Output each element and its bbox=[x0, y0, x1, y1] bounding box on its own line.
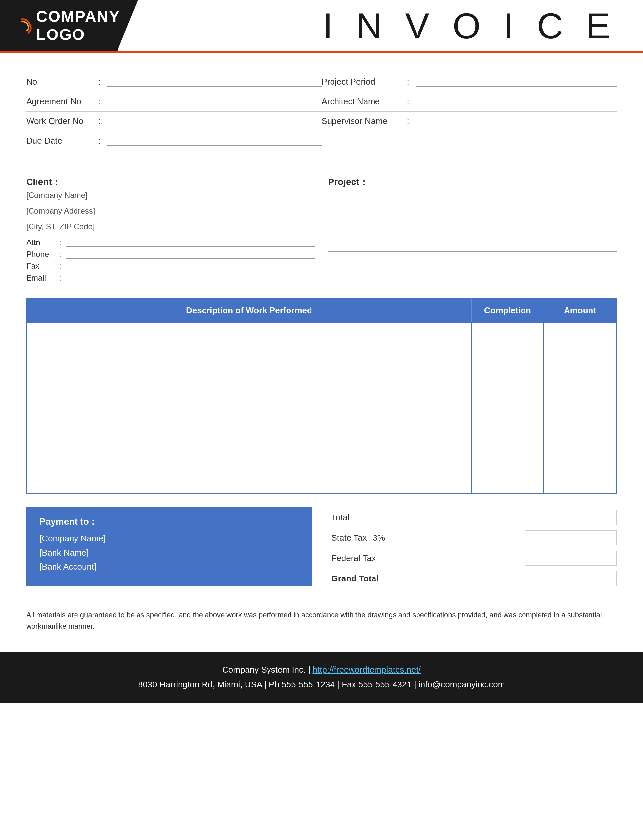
form-row-architect: Architect Name : bbox=[322, 92, 617, 112]
totals-value-statetax[interactable] bbox=[525, 530, 617, 545]
footer: Company System Inc. | http://freewordtem… bbox=[0, 652, 643, 703]
form-right: Project Period : Architect Name : Superv… bbox=[322, 72, 617, 151]
form-label-supervisor: Supervisor Name bbox=[322, 116, 407, 126]
client-project-section: Client : [Company Name] [Company Address… bbox=[0, 164, 643, 298]
totals-row-total: Total bbox=[331, 510, 617, 525]
totals-label-statetax: State Tax 3% bbox=[331, 533, 385, 543]
totals-value-federaltax[interactable] bbox=[525, 550, 617, 566]
form-left: No : Agreement No : Work Order No : Due … bbox=[26, 72, 322, 151]
form-row-duedate: Due Date : bbox=[26, 131, 322, 151]
totals-row-federaltax: Federal Tax bbox=[331, 550, 617, 566]
th-description: Description of Work Performed bbox=[27, 299, 472, 322]
form-value-period bbox=[416, 77, 617, 86]
form-label-period: Project Period bbox=[322, 77, 407, 87]
client-fax: Fax : bbox=[26, 262, 315, 271]
logo-text: COMPANY LOGO bbox=[36, 8, 128, 44]
project-title: Project : bbox=[328, 177, 617, 187]
invoice-title-block: I N V O I C E bbox=[138, 0, 643, 51]
form-value-workorder bbox=[107, 117, 322, 126]
form-row-period: Project Period : bbox=[322, 72, 617, 92]
client-title: Client : bbox=[26, 177, 315, 187]
totals-block: Total State Tax 3% Federal Tax Grand Tot… bbox=[331, 506, 617, 586]
th-completion: Completion bbox=[472, 299, 544, 322]
form-section: No : Agreement No : Work Order No : Due … bbox=[0, 52, 643, 164]
payment-account: [Bank Account] bbox=[39, 562, 299, 572]
form-row-agreement: Agreement No : bbox=[26, 92, 322, 112]
th-amount: Amount bbox=[544, 299, 616, 322]
payment-bank: [Bank Name] bbox=[39, 548, 299, 558]
header: COMPANY LOGO I N V O I C E bbox=[0, 0, 643, 52]
project-block: Project : bbox=[328, 177, 617, 285]
footer-line2: 8030 Harrington Rd, Miami, USA | Ph 555-… bbox=[26, 680, 617, 690]
payment-company: [Company Name] bbox=[39, 534, 299, 544]
payment-title: Payment to : bbox=[39, 516, 299, 527]
invoice-title: I N V O I C E bbox=[323, 5, 617, 47]
totals-row-grandtotal: Grand Total bbox=[331, 571, 617, 586]
project-line-1 bbox=[328, 190, 617, 202]
work-table: Description of Work Performed Completion… bbox=[26, 298, 617, 493]
footer-line1: Company System Inc. | http://freewordtem… bbox=[26, 665, 617, 675]
logo-block: COMPANY LOGO bbox=[0, 0, 138, 51]
form-value-duedate bbox=[107, 137, 322, 146]
form-label-architect: Architect Name bbox=[322, 96, 407, 107]
table-section: Description of Work Performed Completion… bbox=[0, 298, 643, 493]
totals-label-grandtotal: Grand Total bbox=[331, 573, 379, 584]
totals-value-grandtotal[interactable] bbox=[525, 571, 617, 586]
td-desc-1 bbox=[27, 323, 472, 493]
payment-section: Payment to : [Company Name] [Bank Name] … bbox=[0, 506, 643, 599]
form-row-supervisor: Supervisor Name : bbox=[322, 112, 617, 131]
form-row-workorder: Work Order No : bbox=[26, 112, 322, 131]
form-value-agreement bbox=[107, 97, 322, 106]
logo-icon bbox=[10, 17, 33, 35]
form-label-workorder: Work Order No bbox=[26, 116, 98, 126]
td-amt-1 bbox=[544, 323, 616, 493]
form-value-architect bbox=[416, 97, 617, 106]
client-phone: Phone : bbox=[26, 250, 315, 259]
payment-block: Payment to : [Company Name] [Bank Name] … bbox=[26, 506, 312, 586]
client-attn: Attn : bbox=[26, 238, 315, 247]
totals-label-federaltax: Federal Tax bbox=[331, 553, 376, 563]
totals-value-total[interactable] bbox=[525, 510, 617, 525]
form-row-no: No : bbox=[26, 72, 322, 92]
totals-row-statetax: State Tax 3% bbox=[331, 530, 617, 545]
form-label-duedate: Due Date bbox=[26, 136, 98, 146]
disclaimer-section: All materials are guaranteed to be as sp… bbox=[0, 599, 643, 652]
footer-link[interactable]: http://freewordtemplates.net/ bbox=[313, 665, 421, 675]
form-label-agreement: Agreement No bbox=[26, 96, 98, 107]
form-grid: No : Agreement No : Work Order No : Due … bbox=[26, 72, 617, 151]
td-comp-1 bbox=[472, 323, 544, 493]
form-value-supervisor bbox=[416, 117, 617, 126]
table-body bbox=[27, 322, 616, 493]
disclaimer-text: All materials are guaranteed to be as sp… bbox=[26, 609, 617, 632]
project-line-4 bbox=[328, 240, 617, 252]
table-header: Description of Work Performed Completion… bbox=[27, 299, 616, 322]
totals-label-total: Total bbox=[331, 513, 349, 523]
form-value-no bbox=[107, 77, 322, 86]
client-company-name: [Company Name] bbox=[26, 190, 151, 202]
client-block: Client : [Company Name] [Company Address… bbox=[26, 177, 315, 285]
form-label-no: No bbox=[26, 77, 98, 87]
project-line-2 bbox=[328, 207, 617, 219]
client-email: Email : bbox=[26, 273, 315, 283]
client-city-zip: [City, ST, ZIP Code] bbox=[26, 222, 151, 234]
project-line-3 bbox=[328, 223, 617, 235]
client-company-address: [Company Address] bbox=[26, 207, 151, 218]
